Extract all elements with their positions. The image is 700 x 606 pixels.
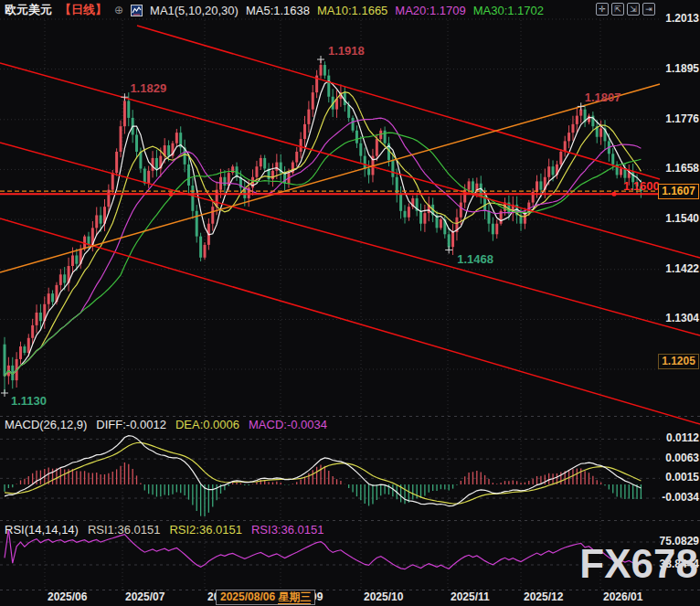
- add-indicator-icon[interactable]: ⊕: [114, 4, 123, 16]
- pan-icon[interactable]: ✛: [596, 3, 609, 16]
- period-label[interactable]: 【日线】: [59, 2, 107, 18]
- crosshair-date-tooltip: 2025/08/06 星期三: [216, 590, 315, 605]
- rsi-header: RSI(14,14,14) RSI1:36.0151 RSI2:36.0151 …: [5, 523, 323, 537]
- scale-axis-right-icon[interactable]: ⇲: [627, 3, 640, 16]
- exit-fullscreen-icon[interactable]: ⇥: [642, 3, 655, 16]
- diff-line: [5, 436, 641, 506]
- fx678-watermark: FX678: [579, 543, 698, 585]
- macd-dea-value: DEA:0.0006: [175, 418, 239, 431]
- price-levels: [0, 191, 660, 197]
- chart-canvas: [0, 0, 700, 606]
- ma10-line: [5, 92, 641, 377]
- macd-macd-value: MACD:-0.0034: [249, 418, 327, 431]
- ma-group-label: MA1(5,10,20,30): [150, 4, 239, 17]
- rsi3-value: RSI3:36.0151: [251, 523, 324, 537]
- dea-line: [5, 442, 641, 504]
- scale-axis-left-icon[interactable]: ⇱: [611, 3, 624, 16]
- macd-diff-value: DIFF:-0.0012: [96, 418, 166, 431]
- macd-title[interactable]: MACD(26,12,9): [5, 418, 87, 431]
- mini-chart-icon: [131, 5, 143, 16]
- symbol-title: 欧元美元: [5, 2, 52, 18]
- current-price-box: 1.1607: [658, 184, 699, 199]
- ma5-line: [5, 81, 641, 377]
- ma30-value: MA30:1.1702: [473, 4, 544, 17]
- rsi1-value: RSI1:36.0151: [88, 523, 161, 537]
- tooltip-weekday: 星期三: [278, 590, 311, 604]
- ma20-value: MA20:1.1709: [395, 4, 465, 17]
- rsi2-value: RSI2:36.0151: [169, 523, 242, 537]
- macd-panel: [5, 436, 641, 516]
- chart-toolbar: ✛ ⇱ ⇲ ⇥: [596, 3, 655, 16]
- ma5-value: MA5:1.1638: [246, 4, 310, 17]
- rsi-title[interactable]: RSI(14,14,14): [5, 523, 79, 537]
- macd-header: MACD(26,12,9) DIFF:-0.0012 DEA:0.0006 MA…: [5, 418, 327, 431]
- ma10-value: MA10:1.1665: [317, 4, 387, 17]
- alert-price-box: 1.1205: [658, 354, 699, 369]
- ma-lines: [5, 81, 641, 377]
- trading-chart-window: 1.16001.11301.18291.19181.14681.18071.20…: [0, 0, 700, 606]
- candles: [4, 59, 642, 393]
- tooltip-date: 2025/08/06: [220, 590, 275, 603]
- gridlines: [0, 19, 700, 590]
